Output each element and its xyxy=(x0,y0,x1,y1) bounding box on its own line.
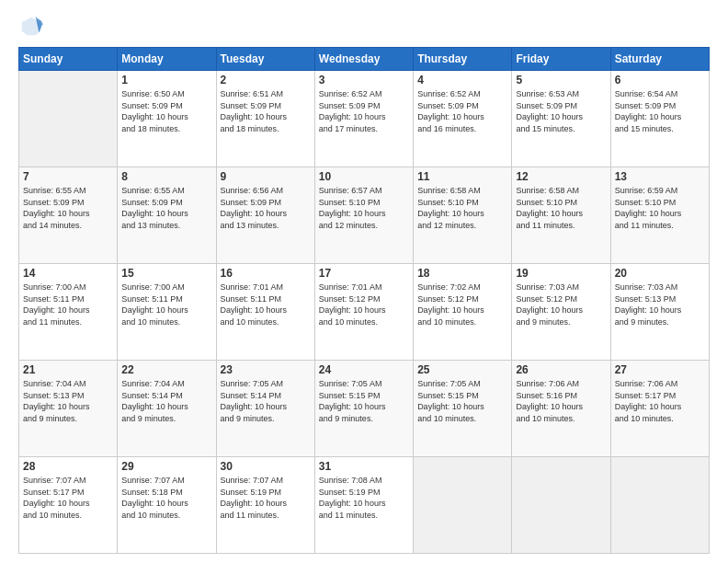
day-cell xyxy=(414,457,512,554)
day-cell: 7Sunrise: 6:55 AM Sunset: 5:09 PM Daylig… xyxy=(19,167,118,264)
day-number: 18 xyxy=(417,267,507,280)
day-number: 6 xyxy=(615,74,705,86)
day-cell: 3Sunrise: 6:52 AM Sunset: 5:09 PM Daylig… xyxy=(314,71,413,167)
day-info: Sunrise: 7:01 AM Sunset: 5:11 PM Dayligh… xyxy=(221,282,311,327)
day-info: Sunrise: 6:51 AM Sunset: 5:09 PM Dayligh… xyxy=(221,88,311,134)
day-cell: 16Sunrise: 7:01 AM Sunset: 5:11 PM Dayli… xyxy=(216,264,314,361)
day-number: 11 xyxy=(417,170,507,183)
day-cell: 21Sunrise: 7:04 AM Sunset: 5:13 PM Dayli… xyxy=(19,361,118,457)
day-info: Sunrise: 7:01 AM Sunset: 5:12 PM Dayligh… xyxy=(319,282,409,327)
day-cell: 17Sunrise: 7:01 AM Sunset: 5:12 PM Dayli… xyxy=(314,264,413,361)
day-info: Sunrise: 7:02 AM Sunset: 5:12 PM Dayligh… xyxy=(417,282,507,327)
day-number: 8 xyxy=(121,170,211,183)
header xyxy=(18,14,710,40)
day-cell: 23Sunrise: 7:05 AM Sunset: 5:14 PM Dayli… xyxy=(216,361,314,457)
day-cell: 31Sunrise: 7:08 AM Sunset: 5:19 PM Dayli… xyxy=(314,457,413,554)
calendar-body: 1Sunrise: 6:50 AM Sunset: 5:09 PM Daylig… xyxy=(19,71,710,554)
day-number: 9 xyxy=(221,170,311,183)
day-number: 29 xyxy=(121,460,211,473)
day-info: Sunrise: 6:55 AM Sunset: 5:09 PM Dayligh… xyxy=(121,185,211,231)
day-cell: 24Sunrise: 7:05 AM Sunset: 5:15 PM Dayli… xyxy=(314,361,413,457)
day-number: 30 xyxy=(221,460,311,473)
week-row-4: 21Sunrise: 7:04 AM Sunset: 5:13 PM Dayli… xyxy=(19,361,710,457)
day-cell: 22Sunrise: 7:04 AM Sunset: 5:14 PM Dayli… xyxy=(118,361,216,457)
calendar-header: SundayMondayTuesdayWednesdayThursdayFrid… xyxy=(19,48,710,71)
day-info: Sunrise: 7:06 AM Sunset: 5:17 PM Dayligh… xyxy=(615,378,705,424)
day-info: Sunrise: 6:58 AM Sunset: 5:10 PM Dayligh… xyxy=(417,185,507,231)
day-cell xyxy=(610,457,709,554)
day-header-monday: Monday xyxy=(118,48,216,71)
day-number: 20 xyxy=(615,267,705,280)
day-number: 31 xyxy=(319,460,409,473)
day-info: Sunrise: 7:07 AM Sunset: 5:18 PM Dayligh… xyxy=(121,475,211,521)
day-number: 2 xyxy=(221,74,311,86)
day-info: Sunrise: 7:03 AM Sunset: 5:12 PM Dayligh… xyxy=(516,282,606,327)
day-info: Sunrise: 6:52 AM Sunset: 5:09 PM Dayligh… xyxy=(319,88,409,134)
day-cell: 10Sunrise: 6:57 AM Sunset: 5:10 PM Dayli… xyxy=(314,167,413,264)
days-header-row: SundayMondayTuesdayWednesdayThursdayFrid… xyxy=(19,48,710,71)
day-info: Sunrise: 7:05 AM Sunset: 5:15 PM Dayligh… xyxy=(319,378,409,424)
day-info: Sunrise: 6:56 AM Sunset: 5:09 PM Dayligh… xyxy=(221,185,311,231)
day-cell xyxy=(512,457,610,554)
day-cell: 19Sunrise: 7:03 AM Sunset: 5:12 PM Dayli… xyxy=(512,264,610,361)
day-cell: 1Sunrise: 6:50 AM Sunset: 5:09 PM Daylig… xyxy=(118,71,216,167)
day-cell: 30Sunrise: 7:07 AM Sunset: 5:19 PM Dayli… xyxy=(216,457,314,554)
logo-icon xyxy=(18,14,44,40)
day-cell: 14Sunrise: 7:00 AM Sunset: 5:11 PM Dayli… xyxy=(19,264,118,361)
day-info: Sunrise: 7:08 AM Sunset: 5:19 PM Dayligh… xyxy=(319,475,409,521)
week-row-5: 28Sunrise: 7:07 AM Sunset: 5:17 PM Dayli… xyxy=(19,457,710,554)
day-info: Sunrise: 6:54 AM Sunset: 5:09 PM Dayligh… xyxy=(615,88,705,134)
day-header-sunday: Sunday xyxy=(19,48,118,71)
day-info: Sunrise: 6:58 AM Sunset: 5:10 PM Dayligh… xyxy=(516,185,606,231)
day-header-friday: Friday xyxy=(512,48,610,71)
day-info: Sunrise: 6:57 AM Sunset: 5:10 PM Dayligh… xyxy=(319,185,409,231)
day-info: Sunrise: 7:03 AM Sunset: 5:13 PM Dayligh… xyxy=(615,282,705,327)
day-info: Sunrise: 7:07 AM Sunset: 5:17 PM Dayligh… xyxy=(23,475,113,521)
day-number: 10 xyxy=(319,170,409,183)
day-number: 4 xyxy=(417,74,507,86)
page: SundayMondayTuesdayWednesdayThursdayFrid… xyxy=(0,0,728,563)
day-number: 23 xyxy=(221,363,311,376)
day-info: Sunrise: 7:05 AM Sunset: 5:14 PM Dayligh… xyxy=(221,378,311,424)
day-cell: 25Sunrise: 7:05 AM Sunset: 5:15 PM Dayli… xyxy=(414,361,512,457)
day-number: 21 xyxy=(23,363,113,376)
week-row-2: 7Sunrise: 6:55 AM Sunset: 5:09 PM Daylig… xyxy=(19,167,710,264)
day-number: 7 xyxy=(23,170,113,183)
day-info: Sunrise: 7:06 AM Sunset: 5:16 PM Dayligh… xyxy=(516,378,606,424)
day-number: 24 xyxy=(319,363,409,376)
day-number: 16 xyxy=(221,267,311,280)
day-number: 3 xyxy=(319,74,409,86)
day-header-saturday: Saturday xyxy=(610,48,709,71)
day-cell: 5Sunrise: 6:53 AM Sunset: 5:09 PM Daylig… xyxy=(512,71,610,167)
day-info: Sunrise: 7:07 AM Sunset: 5:19 PM Dayligh… xyxy=(221,475,311,521)
day-header-thursday: Thursday xyxy=(414,48,512,71)
day-info: Sunrise: 6:53 AM Sunset: 5:09 PM Dayligh… xyxy=(516,88,606,134)
day-number: 22 xyxy=(121,363,211,376)
day-number: 15 xyxy=(121,267,211,280)
day-number: 19 xyxy=(516,267,606,280)
day-cell: 29Sunrise: 7:07 AM Sunset: 5:18 PM Dayli… xyxy=(118,457,216,554)
calendar: SundayMondayTuesdayWednesdayThursdayFrid… xyxy=(18,47,710,554)
day-cell: 6Sunrise: 6:54 AM Sunset: 5:09 PM Daylig… xyxy=(610,71,709,167)
day-cell: 18Sunrise: 7:02 AM Sunset: 5:12 PM Dayli… xyxy=(414,264,512,361)
day-cell: 13Sunrise: 6:59 AM Sunset: 5:10 PM Dayli… xyxy=(610,167,709,264)
week-row-3: 14Sunrise: 7:00 AM Sunset: 5:11 PM Dayli… xyxy=(19,264,710,361)
day-cell: 27Sunrise: 7:06 AM Sunset: 5:17 PM Dayli… xyxy=(610,361,709,457)
day-cell: 9Sunrise: 6:56 AM Sunset: 5:09 PM Daylig… xyxy=(216,167,314,264)
day-cell: 11Sunrise: 6:58 AM Sunset: 5:10 PM Dayli… xyxy=(414,167,512,264)
day-number: 1 xyxy=(121,74,211,86)
day-info: Sunrise: 7:04 AM Sunset: 5:13 PM Dayligh… xyxy=(23,378,113,424)
day-info: Sunrise: 6:55 AM Sunset: 5:09 PM Dayligh… xyxy=(23,185,113,231)
day-info: Sunrise: 6:50 AM Sunset: 5:09 PM Dayligh… xyxy=(121,88,211,134)
day-cell: 12Sunrise: 6:58 AM Sunset: 5:10 PM Dayli… xyxy=(512,167,610,264)
day-cell: 4Sunrise: 6:52 AM Sunset: 5:09 PM Daylig… xyxy=(414,71,512,167)
day-number: 5 xyxy=(516,74,606,86)
day-info: Sunrise: 7:00 AM Sunset: 5:11 PM Dayligh… xyxy=(23,282,113,327)
day-number: 25 xyxy=(417,363,507,376)
day-cell: 8Sunrise: 6:55 AM Sunset: 5:09 PM Daylig… xyxy=(118,167,216,264)
day-cell: 2Sunrise: 6:51 AM Sunset: 5:09 PM Daylig… xyxy=(216,71,314,167)
day-number: 17 xyxy=(319,267,409,280)
day-number: 27 xyxy=(615,363,705,376)
day-number: 13 xyxy=(615,170,705,183)
day-cell: 26Sunrise: 7:06 AM Sunset: 5:16 PM Dayli… xyxy=(512,361,610,457)
